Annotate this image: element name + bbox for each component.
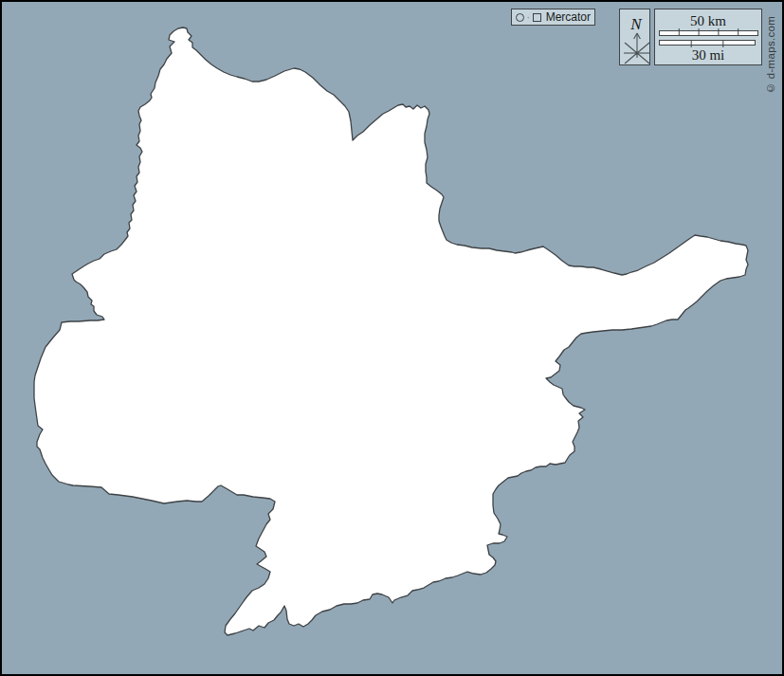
projection-label: Mercator bbox=[544, 11, 591, 23]
north-arrow bbox=[624, 33, 650, 64]
projection-chip: Mercator bbox=[511, 9, 595, 26]
scale-km-label: 50 km bbox=[690, 13, 726, 28]
scale-bar-mi bbox=[660, 41, 756, 48]
north-label: N bbox=[629, 15, 643, 33]
region-outline bbox=[34, 27, 748, 635]
copyright-text: © d-maps.com bbox=[761, 6, 780, 104]
compass-center-dot bbox=[635, 51, 638, 54]
scale-mi-label: 30 mi bbox=[692, 47, 725, 63]
map-canvas: Mercator N 50 km bbox=[0, 0, 784, 676]
outline-map bbox=[0, 0, 784, 676]
flat-square-icon bbox=[533, 13, 541, 22]
compass-box: N bbox=[619, 9, 650, 65]
globe-circle-icon bbox=[516, 13, 524, 22]
scale-bars: 50 km 30 mi bbox=[655, 9, 761, 64]
arrow-right-icon bbox=[527, 13, 530, 22]
compass-rose-icon: N bbox=[620, 9, 651, 66]
scale-bar-km bbox=[660, 28, 758, 36]
scale-box: 50 km 30 mi bbox=[654, 9, 762, 65]
